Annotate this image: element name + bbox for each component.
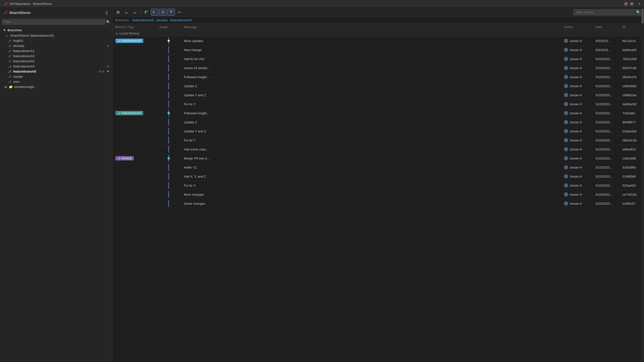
- sidebar-item-develop[interactable]: ⎇ develop 👁: [0, 43, 112, 48]
- cell-message: Some changes: [181, 199, 561, 208]
- col-header-id: ID: [620, 24, 644, 30]
- branch-icon-fb1: ⎇: [8, 49, 12, 53]
- cell-message: New change: [181, 45, 561, 54]
- author-avatar: 👤: [564, 57, 568, 61]
- svg-line-11: [163, 12, 164, 14]
- cell-branch: [112, 145, 156, 154]
- table-row[interactable]: Fix for X👤Jessie H5/10/2023...533aef30: [112, 181, 644, 190]
- table-row[interactable]: Update Z👤Jessie H5/10/2023...cd0b48d0: [112, 82, 644, 91]
- cell-branch: [112, 127, 156, 136]
- cell-message: Hotfix YZ: [181, 163, 561, 172]
- sidebar-item-featurebranch5[interactable]: ⎇ featurebranch5 ↕ 0 / 0 👁: [0, 69, 112, 74]
- table-row[interactable]: Add fix for #10👤Jessie H5/10/2023...7641…: [112, 54, 644, 63]
- filter-history-search-btn[interactable]: 🔍: [636, 10, 640, 14]
- cell-date: 5/10/2023...: [593, 190, 620, 199]
- title-bar-pin-btn[interactable]: 📌: [624, 2, 628, 5]
- branch-btn[interactable]: [142, 9, 150, 16]
- sidebar-label-master: master: [13, 75, 109, 78]
- cell-author: 👤Jessie H: [561, 163, 593, 172]
- col-header-branch: Branch / Tag: [112, 24, 156, 30]
- cell-date: 5/10/2023...: [593, 72, 620, 82]
- table-row[interactable]: Fix for Y👤Jessie H5/10/2023...0b633c3d: [112, 136, 644, 145]
- cell-branch: [112, 190, 156, 199]
- cell-graph: [156, 181, 181, 190]
- branch-pill[interactable]: ⎇ develop: [116, 156, 134, 160]
- table-row[interactable]: Followed insight...👤Jessie H5/10/2023...…: [112, 72, 644, 82]
- author-avatar: 👤: [564, 120, 568, 124]
- title-bar-close-btn[interactable]: ✕: [630, 2, 634, 5]
- sidebar-item-featurebranch1[interactable]: ⎇ featurebranch1: [0, 48, 112, 53]
- cell-branch: [112, 82, 156, 91]
- sidebar-item-remotes-origin[interactable]: ▶ 📁 remotes/origin: [0, 84, 112, 89]
- redo-btn[interactable]: [131, 9, 138, 16]
- author-name: Jessie H: [570, 102, 582, 106]
- table-header-row: Branch / Tag Graph Message Author Date I…: [112, 24, 644, 30]
- branches-bar-link-develop[interactable]: develop: [156, 18, 168, 22]
- table-row[interactable]: Update Z👤Jessie H5/10/2023...864f9677: [112, 118, 644, 127]
- cell-graph: [156, 45, 181, 54]
- author-avatar: 👤: [564, 48, 568, 52]
- author-name: Jessie H: [570, 129, 582, 133]
- cell-graph: [156, 54, 181, 63]
- sidebar-label-fb1: featurebranch1: [13, 49, 109, 53]
- cell-date: 5/10/2023...: [593, 199, 620, 208]
- table-row[interactable]: ⎇ featurebranch4Followed insight...👤Jess…: [112, 109, 644, 118]
- table-row[interactable]: Some changes👤Jessie H5/10/2023...d1f86c5…: [112, 199, 644, 208]
- sidebar-item-master[interactable]: ⎇ master: [0, 74, 112, 79]
- sidebar-filter-search-btn[interactable]: 🔍: [106, 20, 110, 24]
- branch-icon-fb3: ⎇: [8, 60, 12, 63]
- branch-pill[interactable]: ⎇ featurebranch4: [116, 111, 143, 115]
- history-table-wrapper: Branch / Tag Graph Message Author Date I…: [112, 24, 644, 362]
- sidebar-collapse-btn[interactable]: ❮: [104, 10, 109, 15]
- toolbar: 🔍: [112, 8, 644, 17]
- sidebar-filter-input[interactable]: [2, 19, 105, 25]
- commit-graph-btn[interactable]: [151, 9, 158, 16]
- table-row[interactable]: ⎇ developMerge PR into d...👤Jessie H5/10…: [112, 154, 644, 163]
- cell-id: c6db62ae: [620, 91, 644, 100]
- author-avatar: 👤: [564, 129, 568, 133]
- toggle-filter-btn[interactable]: [168, 9, 175, 16]
- author-name: Jessie H: [570, 148, 582, 151]
- branch-icon-root: ⎇: [5, 34, 9, 37]
- cell-message: Followed insight...: [181, 72, 561, 82]
- chevron-down-icon[interactable]: ▼: [638, 2, 641, 5]
- cell-graph: [156, 172, 181, 181]
- table-row[interactable]: ⎇ featurebranch5More updates👤Jessie H6/5…: [112, 36, 644, 45]
- sidebar-item-sharexdemo[interactable]: ⎇ ShareXDemo (featurebranch5): [0, 33, 112, 38]
- sidebar-item-misc[interactable]: ⎇ misc: [0, 79, 112, 84]
- cell-id: 016ea334: [620, 127, 644, 136]
- author-name: Jessie H: [570, 175, 582, 178]
- sidebar-item-featurebranch2[interactable]: ⎇ featurebranch2: [0, 53, 112, 59]
- branches-bar-link-fb4[interactable]: featurebranch4: [170, 18, 192, 22]
- table-row[interactable]: Update Y and Z👤Jessie H5/10/2023...016ea…: [112, 127, 644, 136]
- sidebar-item-featurebranch3[interactable]: ⎇ featurebranch3: [0, 59, 112, 64]
- branches-section-header[interactable]: ▼ Branches: [0, 27, 112, 33]
- cell-author: 👤Jessie H: [561, 190, 593, 199]
- undo-btn[interactable]: [123, 9, 130, 16]
- branches-bar-link-fb5[interactable]: featurebranch5: [132, 18, 154, 22]
- branch-pill[interactable]: ⎇ featurebranch5: [116, 38, 143, 43]
- table-row[interactable]: closes #2 similar...👤Jessie H5/24/2023..…: [112, 63, 644, 72]
- table-row[interactable]: More changes👤Jessie H5/10/2023...ce74313…: [112, 190, 644, 199]
- filter-history-input[interactable]: [575, 9, 636, 15]
- cell-branch: [112, 72, 156, 82]
- more-btn[interactable]: [176, 9, 183, 16]
- author-avatar: 👤: [564, 102, 568, 106]
- table-row[interactable]: Add some chan...👤Jessie H5/10/2023...e60…: [112, 145, 644, 154]
- filter-branch-btn[interactable]: [159, 9, 166, 16]
- cell-id: d824ca7b: [620, 72, 644, 82]
- right-scrollbar[interactable]: [641, 8, 644, 362]
- table-row[interactable]: Hotfix YZ👤Jessie H5/10/2023...919c895c: [112, 163, 644, 172]
- cell-id: 0198f0d8: [620, 172, 644, 181]
- sidebar-item-bugfix1[interactable]: ⎇ bugfix1: [0, 38, 112, 43]
- author-avatar: 👤: [564, 75, 568, 79]
- refresh-btn[interactable]: [114, 9, 122, 16]
- table-row[interactable]: New change👤Jessie H6/5/2023...be84ca05: [112, 45, 644, 54]
- cell-author: 👤Jessie H: [561, 109, 593, 118]
- table-row[interactable]: Add X, Y, and Z👤Jessie H5/10/2023...0198…: [112, 172, 644, 181]
- table-row[interactable]: Update Y and Z👤Jessie H5/10/2023...c6db6…: [112, 91, 644, 100]
- table-row[interactable]: Fix for Y👤Jessie H5/10/2023...da90a2d2: [112, 100, 644, 109]
- cell-message: Add fix for #10: [181, 54, 561, 63]
- sidebar-item-featurebranch4[interactable]: ⎇ featurebranch4 👁: [0, 64, 112, 69]
- cell-id: e60edf14: [620, 145, 644, 154]
